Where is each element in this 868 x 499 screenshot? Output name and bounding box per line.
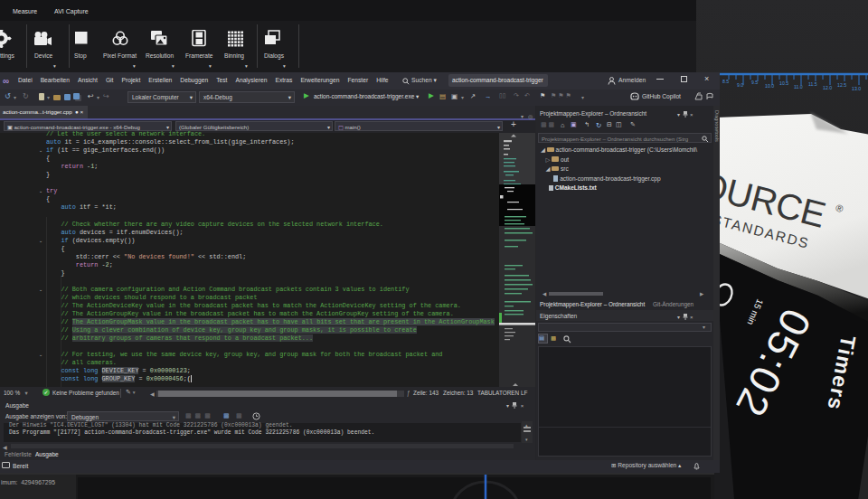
svg-text:11.0: 11.0 [794,84,803,89]
svg-text:10.0: 10.0 [765,83,774,89]
svg-text:11.5: 11.5 [808,81,817,87]
svg-text:10.5: 10.5 [779,80,788,86]
svg-text:9.5: 9.5 [751,80,758,85]
svg-text:12.0: 12.0 [823,85,832,90]
svg-text:9.0: 9.0 [737,82,743,88]
svg-text:12.5: 12.5 [837,82,846,88]
svg-text:13.0: 13.0 [852,86,861,91]
svg-text:8.5: 8.5 [722,79,729,84]
